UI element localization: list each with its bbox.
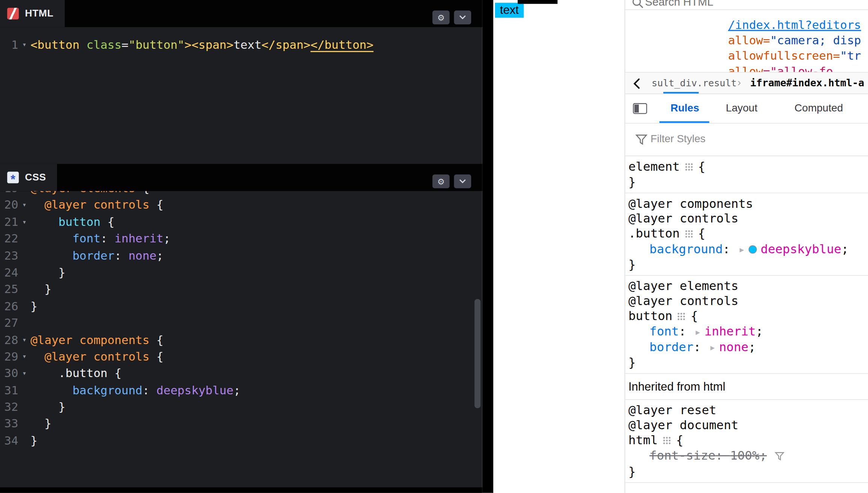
code-line[interactable]: 22 font: inherit; <box>0 230 482 247</box>
fold-arrow-icon[interactable]: ▾ <box>18 191 30 197</box>
line-number: 32 <box>0 399 18 416</box>
markup-token: ="allow-fo <box>763 65 833 72</box>
code-line[interactable]: 21▾ button { <box>0 213 482 230</box>
property-value[interactable]: 100% <box>730 449 759 463</box>
css-editor-scrollbar[interactable] <box>475 299 481 408</box>
property-value[interactable]: inherit <box>704 325 756 338</box>
css-collapse-chevron-icon[interactable] <box>454 174 471 188</box>
preview-button[interactable]: text <box>495 3 524 18</box>
code-token <box>30 249 72 262</box>
markup-token: /index.html?editors <box>728 18 861 32</box>
markup-token: allow= <box>728 34 770 47</box>
rule-selector-line[interactable]: html{ <box>625 433 868 448</box>
property-name[interactable]: font <box>649 325 679 338</box>
code-line[interactable]: 25 } <box>0 281 482 298</box>
code-line[interactable]: 32 } <box>0 399 482 416</box>
overridden-filter-icon[interactable] <box>775 449 785 464</box>
declaration-line[interactable]: background: ▶deepskyblue; <box>625 242 868 257</box>
tab-computed[interactable]: Computed <box>794 102 843 114</box>
rule-selector-line[interactable]: element{ <box>625 159 868 174</box>
search-input[interactable]: Search HTML <box>645 0 713 8</box>
code-line[interactable]: 24 } <box>0 264 482 281</box>
property-value[interactable]: deepskyblue <box>761 242 841 256</box>
code-token: { <box>101 215 114 228</box>
markup-line[interactable]: allow="allow-fo <box>625 64 868 72</box>
fold-arrow-icon[interactable]: ▾ <box>18 197 30 214</box>
declaration-line[interactable]: font: ▶inherit; <box>625 324 868 339</box>
property-name[interactable]: border <box>649 340 693 354</box>
breadcrumb-back-chevron-icon[interactable] <box>631 77 644 93</box>
html-code-area[interactable]: 1▾<button class="button"><span>text</spa… <box>0 27 482 164</box>
property-value[interactable]: none <box>719 340 748 354</box>
markup-line[interactable]: allowfullscreen="tr <box>625 48 868 63</box>
code-line[interactable]: 31 background: deepskyblue; <box>0 382 482 399</box>
code-line[interactable]: 30▾ .button { <box>0 365 482 382</box>
highlight-matches-icon[interactable] <box>677 309 686 324</box>
html-tab-label: HTML <box>25 8 53 20</box>
code-line[interactable]: 26} <box>0 298 482 315</box>
rule-selector-line[interactable]: button{ <box>625 308 868 324</box>
fold-arrow-icon <box>18 433 30 449</box>
rule-selector-line[interactable]: .button{ <box>625 226 868 241</box>
highlight-matches-icon[interactable] <box>685 227 693 242</box>
line-number: 19 <box>0 191 18 197</box>
fold-arrow-icon[interactable]: ▾ <box>18 213 30 230</box>
declaration-text: font: ▶inherit; <box>649 325 763 338</box>
fold-arrow-icon[interactable]: ▾ <box>18 365 30 382</box>
editor-preview-divider[interactable] <box>482 0 494 493</box>
code-text: @layer components { <box>30 331 482 348</box>
markup-token: "camera; disp <box>770 34 861 47</box>
breadcrumb-item-result-div[interactable]: sult_div.result <box>652 78 737 89</box>
code-token: @layer components <box>30 333 149 346</box>
code-line[interactable]: 29▾ @layer controls { <box>0 348 482 365</box>
code-line[interactable]: 27 <box>0 315 482 332</box>
expand-arrow-icon[interactable]: ▶ <box>710 340 715 355</box>
css-settings-gear-icon[interactable]: ⚙ <box>432 174 450 188</box>
expand-arrow-icon[interactable]: ▶ <box>740 242 744 257</box>
code-line[interactable]: 33 } <box>0 416 482 433</box>
highlight-matches-icon[interactable] <box>685 159 693 174</box>
rule-selector[interactable]: element <box>628 159 680 173</box>
color-swatch[interactable] <box>748 245 757 254</box>
fold-arrow-icon <box>18 382 30 399</box>
code-line[interactable]: 1▾<button class="button"><span>text</spa… <box>0 36 482 53</box>
html-settings-gear-icon[interactable]: ⚙ <box>432 11 450 24</box>
toggle-split-pane-icon[interactable] <box>633 103 647 116</box>
fold-arrow-icon[interactable]: ▾ <box>18 348 30 365</box>
fold-arrow-icon[interactable]: ▾ <box>18 331 30 348</box>
line-number: 21 <box>0 213 18 230</box>
html-collapse-chevron-icon[interactable] <box>454 11 471 24</box>
tab-rules[interactable]: Rules <box>670 102 699 114</box>
css-code-area[interactable]: 19▾@layer elements {20▾ @layer controls … <box>0 191 482 493</box>
rule-selector[interactable]: button <box>628 309 672 323</box>
tab-layout[interactable]: Layout <box>726 102 757 114</box>
code-text: } <box>30 433 482 449</box>
code-text: } <box>30 416 482 433</box>
breadcrumb-item-iframe[interactable]: iframe#index.html-a <box>750 77 864 89</box>
code-line[interactable]: 34} <box>0 433 482 449</box>
code-line[interactable]: 19▾@layer elements { <box>0 191 482 197</box>
code-line[interactable]: 23 border: none; <box>0 247 482 264</box>
markup-view[interactable]: /index.html?editorsallow="camera; dispal… <box>625 9 868 72</box>
markup-line[interactable]: /index.html?editors <box>625 17 868 33</box>
declaration-line[interactable]: font-size: 100%; <box>625 448 868 464</box>
rule-selector[interactable]: .button <box>628 227 680 240</box>
property-name[interactable]: background <box>649 242 723 256</box>
css-tab[interactable]: * CSS <box>0 164 57 191</box>
markup-search-bar[interactable]: Search HTML <box>625 0 868 10</box>
filter-styles-input[interactable]: Filter Styles <box>650 133 705 145</box>
code-token: : <box>101 232 114 245</box>
rule-selector[interactable]: html <box>628 433 658 447</box>
markup-line[interactable]: allow="camera; disp <box>625 33 868 48</box>
code-line[interactable]: 28▾@layer components { <box>0 331 482 348</box>
highlight-matches-icon[interactable] <box>663 433 671 448</box>
line-number: 28 <box>0 331 18 348</box>
declaration-line[interactable]: border: ▶none; <box>625 340 868 355</box>
property-name[interactable]: font-size <box>649 449 715 463</box>
code-line[interactable]: 20▾ @layer controls { <box>0 197 482 214</box>
code-editor-column: HTML ⚙ 1▾<button class="button"><span>te… <box>0 0 482 493</box>
css-rule: @layer elements@layer controlsbutton{fon… <box>625 276 868 374</box>
expand-arrow-icon[interactable]: ▶ <box>696 325 700 340</box>
fold-arrow-icon[interactable]: ▾ <box>18 36 30 53</box>
html-tab[interactable]: HTML <box>0 0 65 27</box>
